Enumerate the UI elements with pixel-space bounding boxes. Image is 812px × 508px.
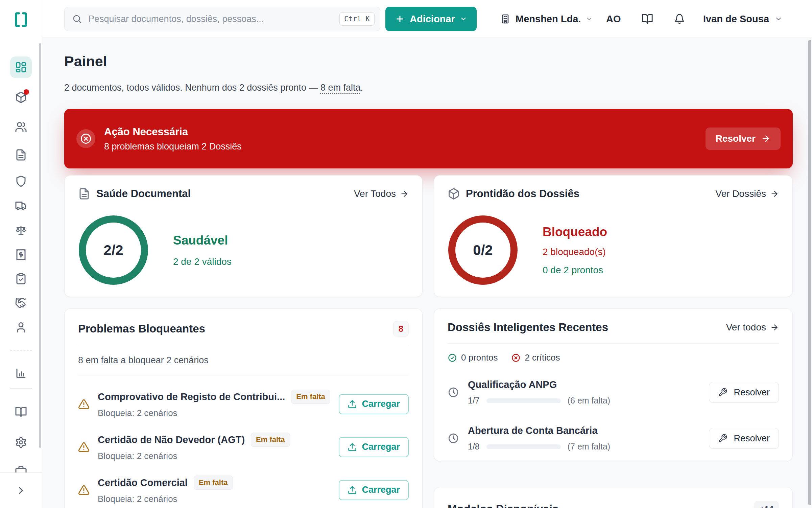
wrench-icon [718, 434, 727, 443]
upload-button[interactable]: Carregar [339, 437, 409, 457]
sidebar-item-invoices[interactable] [10, 244, 32, 265]
arrow-right-icon [400, 189, 409, 198]
building-icon [500, 14, 511, 24]
blocking-issues-card: Problemas Bloqueantes 8 8 em falta a blo… [64, 308, 423, 508]
page-title: Painel [64, 53, 107, 70]
missing-count-link[interactable]: 8 em falta [320, 83, 361, 93]
upload-button[interactable]: Carregar [339, 480, 409, 500]
recent-dossiers-card: Dossiês Inteligentes Recentes Ver todos … [434, 308, 793, 461]
x-circle-icon [511, 353, 521, 363]
document-health-card: Saúde Documental Ver Todos 2/2 Saudável … [64, 175, 423, 297]
locale-button[interactable]: AO [606, 7, 621, 31]
notification-dot [24, 89, 29, 95]
ready-chip: 0 prontos [448, 352, 498, 363]
sidebar-item-compliance[interactable] [10, 170, 32, 192]
upload-label: Carregar [362, 442, 400, 452]
chevron-right-icon [15, 485, 27, 496]
resolve-button[interactable]: Resolver [709, 428, 779, 449]
clock-icon [448, 387, 459, 398]
page-subtitle-period: . [361, 83, 363, 93]
card-title: Prontidão dos Dossiês [466, 188, 579, 200]
search-placeholder: Pesquisar documentos, dossiês, pessoas..… [88, 14, 339, 24]
resolve-banner-button[interactable]: Resolver [706, 128, 781, 150]
dossier-readiness-ring: 0/2 [448, 215, 518, 285]
card-title: Problemas Bloqueantes [78, 322, 205, 335]
add-button[interactable]: Adicionar [385, 7, 477, 31]
company-selector[interactable]: Menshen Lda. [495, 7, 598, 31]
progress-bar [486, 444, 561, 449]
sidebar-scrollbar[interactable] [39, 43, 41, 448]
issue-name: Comprovativo de Registo de Contribui... [98, 391, 285, 402]
resolve-button[interactable]: Resolver [709, 382, 779, 403]
sidebar-item-legal[interactable] [10, 220, 32, 241]
upload-label: Carregar [362, 485, 400, 495]
banner-subtitle: 8 problemas bloqueiam 2 Dossiês [104, 141, 242, 152]
ready-chip-label: 0 prontos [461, 352, 498, 363]
sidebar-item-logistics[interactable] [10, 195, 32, 216]
sidebar-item-profile[interactable] [10, 317, 32, 338]
handshake-icon [15, 297, 27, 309]
upload-button[interactable]: Carregar [339, 394, 409, 414]
banner-title: Ação Necessária [104, 126, 242, 138]
app-logo-icon[interactable] [13, 11, 29, 28]
resolve-label: Resolver [734, 433, 770, 444]
dossier-readiness-ratio: 0/2 [473, 242, 493, 258]
progress-bar [486, 398, 561, 403]
chevron-down-icon [460, 15, 467, 23]
issue-blocks: Bloqueia: 2 cenários [98, 451, 290, 461]
dossier-name: Abertura de Conta Bancária [468, 425, 610, 436]
view-dossiers-label: Ver Dossiês [716, 188, 766, 199]
view-all-dossiers-link[interactable]: Ver todos [726, 322, 779, 333]
sidebar-item-analytics[interactable] [10, 363, 32, 384]
upload-icon [348, 442, 357, 452]
sidebar-item-documents[interactable] [10, 144, 32, 166]
document-health-ratio: 2/2 [103, 242, 123, 258]
docs-button[interactable] [637, 7, 658, 31]
card-title: Modelos Disponíveis [448, 503, 558, 508]
sidebar-item-partners[interactable] [10, 292, 32, 314]
dossier-readiness-status: Bloqueado [543, 225, 607, 239]
page-scrollbar[interactable] [808, 40, 811, 505]
sidebar-item-guide[interactable] [10, 401, 32, 423]
sidebar-item-dossiers[interactable] [10, 87, 32, 108]
x-circle-icon [76, 129, 95, 148]
upload-label: Carregar [362, 399, 400, 409]
receipt-icon [15, 249, 27, 261]
arrow-right-icon [770, 323, 779, 332]
clipboard-check-icon [15, 273, 27, 285]
company-name: Menshen Lda. [516, 14, 581, 25]
document-health-status: Saudável [173, 233, 232, 248]
sidebar [0, 0, 42, 508]
issues-summary: 8 em falta a bloquear 2 cenários [65, 346, 422, 366]
dashboard-icon [15, 61, 27, 73]
notifications-button[interactable] [669, 7, 690, 31]
sidebar-divider-dashed [10, 350, 32, 351]
warning-triangle-icon [78, 441, 90, 453]
check-circle-icon [448, 353, 457, 363]
bar-chart-icon [15, 367, 27, 379]
sidebar-item-settings[interactable] [10, 432, 32, 453]
gear-icon [15, 436, 27, 448]
warning-triangle-icon [78, 484, 90, 496]
scales-icon [15, 224, 27, 236]
dossier-ready-detail: 0 de 2 prontos [543, 265, 607, 276]
templates-card: Modelos Disponíveis +14 [434, 487, 793, 508]
bell-icon [674, 14, 685, 24]
plus-icon [395, 14, 405, 24]
dossier-missing-label: (6 em falta) [568, 396, 610, 406]
sidebar-item-tasks[interactable] [10, 268, 32, 290]
sidebar-expand-button[interactable] [0, 472, 42, 508]
view-all-dossiers-label: Ver todos [726, 322, 766, 333]
search-input[interactable]: Pesquisar documentos, dossiês, pessoas..… [64, 7, 380, 31]
issue-name: Certidão Comercial [98, 477, 188, 488]
user-menu[interactable]: Ivan de Sousa [700, 7, 786, 31]
view-all-documents-link[interactable]: Ver Todos [354, 188, 409, 199]
issue-blocks: Bloqueia: 2 cenários [98, 494, 233, 504]
sidebar-item-people[interactable] [10, 116, 32, 138]
main-content: Painel 2 documentos, todos válidos. Nenh… [42, 38, 812, 508]
issue-row: Certidão de Não Devedor (AGT) Em falta B… [65, 418, 422, 461]
view-dossiers-link[interactable]: Ver Dossiês [716, 188, 779, 199]
sidebar-item-dashboard[interactable] [10, 56, 32, 78]
chevron-down-icon [774, 15, 783, 23]
arrow-right-icon [770, 189, 779, 198]
